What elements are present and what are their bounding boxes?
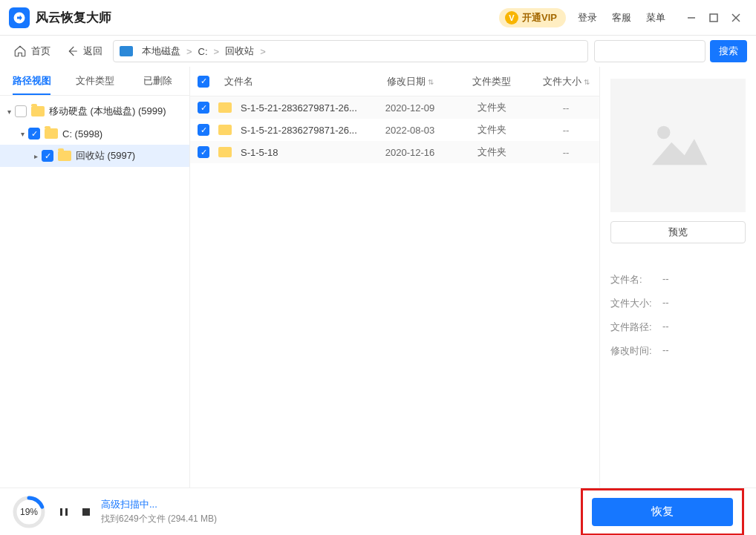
- folder-icon: [218, 147, 232, 157]
- main-area: 路径视图 文件类型 已删除 ▾ 移动硬盘 (本地磁盘) (5999) ▾ ✓ C…: [0, 67, 756, 488]
- home-icon: [13, 45, 27, 58]
- scan-status: 高级扫描中... 找到6249个文件 (294.41 MB): [101, 498, 217, 525]
- col-header-name[interactable]: 文件名: [218, 75, 369, 88]
- table-row[interactable]: ✓ S-1-5-21-2836279871-26... 2022-08-03 文…: [190, 119, 599, 141]
- svg-rect-11: [65, 508, 68, 516]
- titlebar: 风云恢复大师 V 开通VIP 登录 客服 菜单: [0, 0, 756, 36]
- file-name: S-1-5-21-2836279871-26...: [241, 125, 357, 136]
- back-button[interactable]: 返回: [61, 40, 107, 62]
- folder-icon: [58, 151, 71, 161]
- tree-node[interactable]: ▾ ✓ C: (5998): [0, 122, 189, 145]
- svg-rect-10: [60, 508, 62, 516]
- home-label: 首页: [31, 45, 50, 58]
- file-name: S-1-5-21-2836279871-26...: [241, 102, 357, 114]
- folder-icon: [45, 128, 58, 139]
- breadcrumb[interactable]: 本地磁盘> C:> 回收站>: [113, 40, 588, 62]
- col-header-type[interactable]: 文件类型: [451, 75, 532, 88]
- tab-deleted[interactable]: 已删除: [126, 67, 189, 95]
- menu-link[interactable]: 菜单: [646, 11, 665, 24]
- directory-tree: ▾ 移动硬盘 (本地磁盘) (5999) ▾ ✓ C: (5998) ▸ ✓ 回…: [0, 96, 189, 171]
- folder-icon: [218, 125, 232, 135]
- file-date: 2020-12-09: [369, 102, 451, 114]
- file-type: 文件夹: [451, 145, 532, 159]
- row-checkbox[interactable]: ✓: [198, 102, 209, 114]
- progress-ring: 19%: [12, 495, 46, 529]
- tree-checkbox[interactable]: [15, 105, 27, 117]
- left-tabs: 路径视图 文件类型 已删除: [0, 67, 189, 96]
- file-size: --: [532, 125, 599, 136]
- image-placeholder-icon: [645, 119, 711, 171]
- disk-icon: [120, 46, 133, 56]
- close-button[interactable]: [725, 7, 747, 29]
- row-checkbox[interactable]: ✓: [198, 146, 209, 158]
- breadcrumb-item[interactable]: 回收站: [225, 45, 254, 58]
- tab-path-view[interactable]: 路径视图: [0, 67, 63, 95]
- bottom-bar: 19% 高级扫描中... 找到6249个文件 (294.41 MB) 恢复: [0, 488, 756, 535]
- toolbar: 首页 返回 本地磁盘> C:> 回收站> 搜索: [0, 36, 756, 67]
- app-title: 风云恢复大师: [36, 9, 111, 26]
- col-header-date[interactable]: 修改日期⇅: [369, 75, 451, 88]
- svg-rect-1: [710, 14, 717, 22]
- login-link[interactable]: 登录: [578, 11, 597, 24]
- recover-highlight: 恢复: [581, 488, 744, 536]
- file-date: 2020-12-16: [369, 147, 451, 158]
- search-button[interactable]: 搜索: [710, 40, 747, 62]
- svg-point-6: [657, 126, 671, 140]
- table-body: ✓ S-1-5-21-2836279871-26... 2020-12-09 文…: [190, 96, 599, 163]
- file-date: 2022-08-03: [369, 125, 451, 136]
- tab-file-type[interactable]: 文件类型: [63, 67, 126, 95]
- support-link[interactable]: 客服: [612, 11, 631, 24]
- table-row[interactable]: ✓ S-1-5-18 2020-12-16 文件夹 --: [190, 141, 599, 163]
- preview-panel: 预览 文件名:-- 文件大小:-- 文件路径:-- 修改时间:--: [600, 67, 756, 488]
- file-type: 文件夹: [451, 101, 532, 114]
- tree-node[interactable]: ▾ 移动硬盘 (本地磁盘) (5999): [0, 100, 189, 122]
- folder-icon: [218, 102, 232, 113]
- vip-badge[interactable]: V 开通VIP: [499, 8, 566, 27]
- tree-node[interactable]: ▸ ✓ 回收站 (5997): [0, 145, 189, 167]
- select-all-checkbox[interactable]: ✓: [198, 76, 209, 88]
- tree-checkbox[interactable]: ✓: [42, 150, 53, 162]
- file-size: --: [532, 102, 599, 114]
- home-button[interactable]: 首页: [9, 40, 55, 62]
- search-area: 搜索: [594, 40, 747, 62]
- info-row-size: 文件大小:--: [610, 297, 746, 310]
- pause-button[interactable]: [56, 505, 71, 519]
- tree-label: 移动硬盘 (本地磁盘) (5999): [49, 105, 166, 118]
- file-type: 文件夹: [451, 123, 532, 137]
- svg-marker-7: [652, 139, 707, 165]
- app-logo-icon: [9, 7, 30, 28]
- tree-caret-icon[interactable]: ▸: [30, 152, 42, 160]
- progress-percent: 19%: [12, 495, 46, 529]
- table-header: ✓ 文件名 修改日期⇅ 文件类型 文件大小⇅: [190, 67, 599, 96]
- search-input[interactable]: [594, 40, 706, 62]
- back-label: 返回: [83, 45, 102, 58]
- breadcrumb-item[interactable]: C:: [198, 46, 208, 57]
- tree-caret-icon[interactable]: ▾: [16, 130, 28, 138]
- tree-caret-icon[interactable]: ▾: [3, 108, 15, 116]
- svg-rect-12: [82, 508, 90, 516]
- vip-label: 开通VIP: [522, 11, 557, 24]
- preview-button[interactable]: 预览: [610, 221, 746, 243]
- row-checkbox[interactable]: ✓: [198, 124, 209, 136]
- left-panel: 路径视图 文件类型 已删除 ▾ 移动硬盘 (本地磁盘) (5999) ▾ ✓ C…: [0, 67, 190, 488]
- vip-icon: V: [505, 11, 518, 24]
- breadcrumb-item[interactable]: 本地磁盘: [142, 45, 180, 58]
- tree-checkbox[interactable]: ✓: [28, 128, 40, 140]
- minimize-button[interactable]: [680, 7, 703, 29]
- info-row-name: 文件名:--: [610, 273, 746, 286]
- table-row[interactable]: ✓ S-1-5-21-2836279871-26... 2020-12-09 文…: [190, 96, 599, 119]
- file-size: --: [532, 147, 599, 158]
- scan-subtitle: 找到6249个文件 (294.41 MB): [101, 513, 217, 525]
- maximize-button[interactable]: [703, 7, 725, 29]
- stop-button[interactable]: [79, 505, 94, 519]
- folder-icon: [31, 106, 45, 116]
- scan-title: 高级扫描中...: [101, 498, 217, 511]
- info-row-path: 文件路径:--: [610, 321, 746, 334]
- tree-label: 回收站 (5997): [76, 149, 135, 163]
- sort-icon: ⇅: [584, 78, 590, 86]
- recover-button[interactable]: 恢复: [592, 498, 733, 526]
- col-header-size[interactable]: 文件大小⇅: [532, 75, 599, 88]
- file-name: S-1-5-18: [241, 147, 278, 158]
- tree-label: C: (5998): [62, 128, 102, 140]
- info-row-mtime: 修改时间:--: [610, 344, 746, 358]
